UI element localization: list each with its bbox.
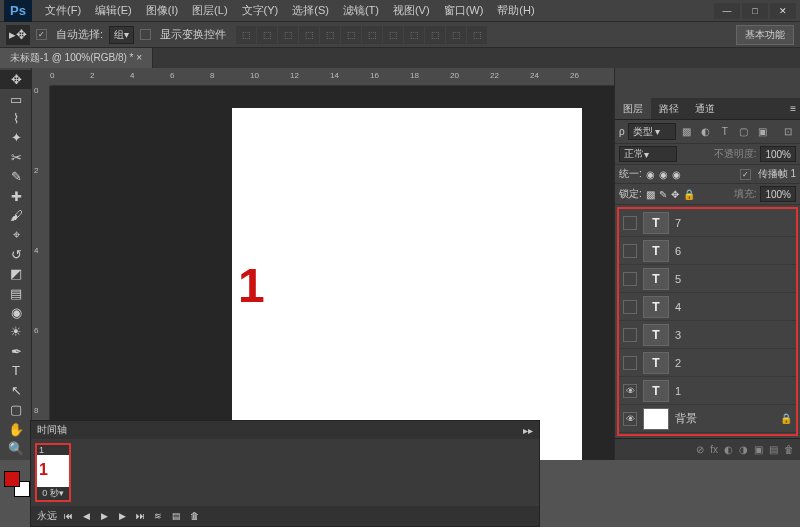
auto-select-checkbox[interactable] — [36, 29, 47, 40]
blur-tool[interactable]: ◉ — [0, 303, 32, 322]
stamp-tool[interactable]: ⌖ — [0, 225, 32, 244]
layer-row[interactable]: T3 — [619, 321, 796, 349]
lock-paint-icon[interactable]: ✎ — [659, 189, 667, 200]
tab-layers[interactable]: 图层 — [615, 98, 651, 119]
layer-row[interactable]: 👁背景🔒 — [619, 405, 796, 433]
mask-icon[interactable]: ◐ — [724, 444, 733, 455]
window-maximize[interactable]: □ — [742, 3, 768, 19]
visibility-toggle[interactable]: 👁 — [623, 412, 637, 426]
align-icon[interactable]: ⬚ — [383, 26, 403, 44]
align-icon[interactable]: ⬚ — [320, 26, 340, 44]
align-icon[interactable]: ⬚ — [404, 26, 424, 44]
window-close[interactable]: ✕ — [770, 3, 796, 19]
menu-help[interactable]: 帮助(H) — [490, 0, 541, 22]
zoom-tool[interactable]: 🔍 — [0, 439, 32, 458]
tween-icon[interactable]: ≋ — [151, 509, 165, 523]
trash-icon[interactable]: 🗑 — [784, 444, 794, 455]
brush-tool[interactable]: 🖌 — [0, 206, 32, 225]
foreground-color-swatch[interactable] — [4, 471, 20, 487]
blend-mode-select[interactable]: 正常 ▾ — [619, 146, 677, 162]
filter-type-icon[interactable]: T — [717, 124, 733, 140]
layer-row[interactable]: T2 — [619, 349, 796, 377]
new-frame-icon[interactable]: ▤ — [169, 509, 183, 523]
path-tool[interactable]: ↖ — [0, 381, 32, 400]
shape-tool[interactable]: ▢ — [0, 400, 32, 419]
layer-row[interactable]: 👁T1 — [619, 377, 796, 405]
lasso-tool[interactable]: ⌇ — [0, 109, 32, 128]
document-tab[interactable]: 未标题-1 @ 100%(RGB/8) * × — [0, 48, 153, 68]
align-icon[interactable]: ⬚ — [299, 26, 319, 44]
tab-channels[interactable]: 通道 — [687, 98, 723, 119]
pen-tool[interactable]: ✒ — [0, 342, 32, 361]
visibility-toggle[interactable]: 👁 — [623, 384, 637, 398]
loop-select[interactable]: 永远 — [37, 509, 57, 523]
visibility-toggle[interactable] — [623, 244, 637, 258]
layer-row[interactable]: T7 — [619, 209, 796, 237]
frame-delay[interactable]: 0 秒▾ — [37, 487, 69, 500]
last-frame-icon[interactable]: ⏭ — [133, 509, 147, 523]
unify-icon[interactable]: ◉ — [659, 169, 668, 180]
menu-view[interactable]: 视图(V) — [386, 0, 437, 22]
align-icon[interactable]: ⬚ — [257, 26, 277, 44]
wand-tool[interactable]: ✦ — [0, 128, 32, 147]
layer-filter-kind[interactable]: 类型 ▾ — [628, 123, 676, 140]
animation-frame[interactable]: 110 秒▾ — [35, 443, 71, 502]
canvas-area[interactable]: 02468101214161820222426 02468 1 — [32, 68, 614, 460]
new-layer-icon[interactable]: ▤ — [769, 444, 778, 455]
gradient-tool[interactable]: ▤ — [0, 283, 32, 302]
visibility-toggle[interactable] — [623, 300, 637, 314]
workspace-switcher[interactable]: 基本功能 — [736, 25, 794, 45]
link-icon[interactable]: ⊘ — [696, 444, 704, 455]
lock-trans-icon[interactable]: ▩ — [646, 189, 655, 200]
unify-icon[interactable]: ◉ — [672, 169, 681, 180]
filter-toggle-icon[interactable]: ⊡ — [780, 124, 796, 140]
visibility-toggle[interactable] — [623, 216, 637, 230]
propagate-checkbox[interactable] — [740, 169, 751, 180]
menu-type[interactable]: 文字(Y) — [235, 0, 286, 22]
menu-image[interactable]: 图像(I) — [139, 0, 185, 22]
menu-edit[interactable]: 编辑(E) — [88, 0, 139, 22]
align-icon[interactable]: ⬚ — [341, 26, 361, 44]
type-tool[interactable]: T — [0, 361, 32, 380]
delete-frame-icon[interactable]: 🗑 — [187, 509, 201, 523]
panel-menu-icon[interactable]: ≡ — [786, 98, 800, 119]
align-icon[interactable]: ⬚ — [467, 26, 487, 44]
visibility-toggle[interactable] — [623, 356, 637, 370]
first-frame-icon[interactable]: ⏮ — [61, 509, 75, 523]
next-frame-icon[interactable]: ▶ — [115, 509, 129, 523]
dodge-tool[interactable]: ☀ — [0, 322, 32, 341]
lock-all-icon[interactable]: 🔒 — [683, 189, 695, 200]
menu-select[interactable]: 选择(S) — [285, 0, 336, 22]
layer-row[interactable]: T5 — [619, 265, 796, 293]
opacity-field[interactable]: 100% — [760, 146, 796, 162]
play-icon[interactable]: ▶ — [97, 509, 111, 523]
eraser-tool[interactable]: ◩ — [0, 264, 32, 283]
filter-adjust-icon[interactable]: ◐ — [698, 124, 714, 140]
group-icon[interactable]: ▣ — [754, 444, 763, 455]
layer-row[interactable]: T4 — [619, 293, 796, 321]
filter-smart-icon[interactable]: ▣ — [755, 124, 771, 140]
fx-icon[interactable]: fx — [710, 444, 718, 455]
crop-tool[interactable]: ✂ — [0, 148, 32, 167]
menu-filter[interactable]: 滤镜(T) — [336, 0, 386, 22]
filter-icon[interactable]: ρ — [619, 126, 625, 137]
heal-tool[interactable]: ✚ — [0, 186, 32, 205]
timeline-collapse-icon[interactable]: ▸▸ — [523, 425, 533, 436]
lock-pos-icon[interactable]: ✥ — [671, 189, 679, 200]
visibility-toggle[interactable] — [623, 272, 637, 286]
filter-pixel-icon[interactable]: ▩ — [679, 124, 695, 140]
hand-tool[interactable]: ✋ — [0, 419, 32, 438]
align-icon[interactable]: ⬚ — [362, 26, 382, 44]
align-icon[interactable]: ⬚ — [446, 26, 466, 44]
eyedropper-tool[interactable]: ✎ — [0, 167, 32, 186]
layer-row[interactable]: T6 — [619, 237, 796, 265]
align-icon[interactable]: ⬚ — [425, 26, 445, 44]
auto-select-target[interactable]: 组 ▾ — [109, 26, 134, 44]
visibility-toggle[interactable] — [623, 328, 637, 342]
document-canvas[interactable]: 1 — [232, 108, 582, 460]
align-icon[interactable]: ⬚ — [236, 26, 256, 44]
filter-shape-icon[interactable]: ▢ — [736, 124, 752, 140]
prev-frame-icon[interactable]: ◀ — [79, 509, 93, 523]
align-icon[interactable]: ⬚ — [278, 26, 298, 44]
show-transform-checkbox[interactable] — [140, 29, 151, 40]
